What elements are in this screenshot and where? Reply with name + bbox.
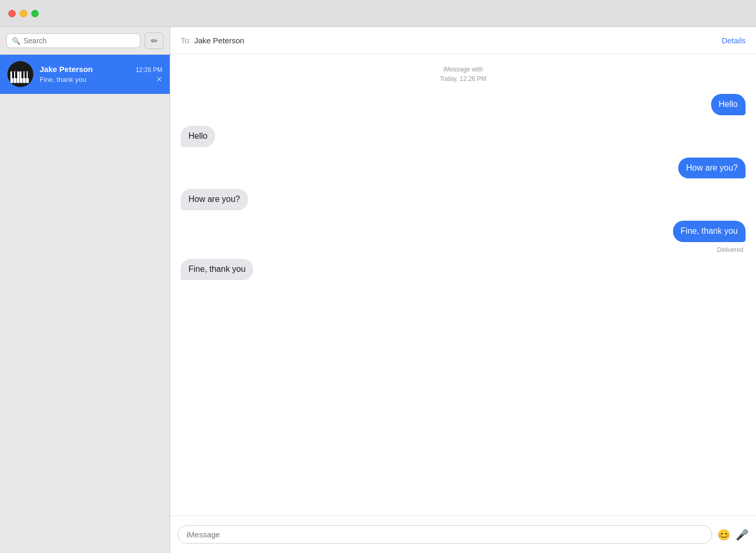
emoji-icon: 😊 bbox=[717, 528, 730, 541]
avatar-piano-image bbox=[7, 61, 33, 87]
emoji-button[interactable]: 😊 bbox=[717, 528, 730, 541]
message-input[interactable] bbox=[186, 530, 703, 539]
details-button[interactable]: Details bbox=[722, 36, 746, 45]
titlebar bbox=[0, 0, 756, 27]
svg-rect-10 bbox=[21, 71, 23, 78]
conversation-header: Jake Peterson 12:26 PM bbox=[40, 65, 162, 74]
close-button[interactable] bbox=[8, 10, 16, 17]
audio-button[interactable]: 🎤 bbox=[736, 528, 749, 541]
message-bubble-received-1: Hello bbox=[181, 126, 215, 147]
search-bar: 🔍 bbox=[6, 33, 140, 48]
search-icon: 🔍 bbox=[12, 37, 20, 45]
compose-icon: ✏ bbox=[151, 36, 158, 46]
sidebar-toolbar: 🔍 ✏ bbox=[0, 27, 170, 55]
message-row: Fine, thank you bbox=[181, 259, 746, 280]
chat-to: To: Jake Peterson bbox=[181, 36, 244, 45]
search-input[interactable] bbox=[23, 37, 135, 45]
message-row: Fine, thank you bbox=[181, 221, 746, 242]
message-bubble-sent-1: Hello bbox=[711, 94, 746, 115]
svg-rect-9 bbox=[15, 71, 17, 78]
message-row: How are you? bbox=[181, 189, 746, 210]
chat-panel: To: Jake Peterson Details iMessage with … bbox=[170, 27, 756, 553]
conversation-close-button[interactable]: ✕ bbox=[156, 75, 162, 83]
delivered-label: Delivered bbox=[181, 246, 746, 254]
imessage-label: iMessage with bbox=[181, 65, 746, 74]
message-bubble-received-2: How are you? bbox=[181, 189, 248, 210]
maximize-button[interactable] bbox=[31, 10, 39, 17]
message-row: How are you? bbox=[181, 158, 746, 179]
minimize-button[interactable] bbox=[20, 10, 27, 17]
chat-to-label: To: bbox=[181, 36, 191, 45]
imessage-header: iMessage with Today, 12:26 PM bbox=[181, 65, 746, 83]
message-bubble-sent-2: How are you? bbox=[678, 158, 746, 179]
imessage-time: Today, 12:26 PM bbox=[181, 74, 746, 83]
svg-rect-12 bbox=[28, 71, 30, 78]
messages-area: iMessage with Today, 12:26 PM Hello Hell… bbox=[170, 54, 756, 515]
chat-to-name: Jake Peterson bbox=[194, 36, 244, 45]
message-input-wrapper bbox=[178, 525, 712, 544]
svg-rect-8 bbox=[12, 71, 14, 78]
message-bubble-received-3: Fine, thank you bbox=[181, 259, 253, 280]
input-actions: 😊 🎤 bbox=[717, 528, 749, 541]
conversation-name: Jake Peterson bbox=[40, 65, 93, 74]
conversation-item[interactable]: Jake Peterson 12:26 PM Fine, thank you ✕ bbox=[0, 55, 170, 94]
svg-rect-11 bbox=[25, 71, 27, 78]
conversation-preview: Fine, thank you bbox=[40, 76, 86, 83]
conversation-preview-row: Fine, thank you ✕ bbox=[40, 75, 162, 83]
avatar bbox=[7, 61, 33, 87]
message-bubble-sent-3: Fine, thank you bbox=[673, 221, 746, 242]
conversation-info: Jake Peterson 12:26 PM Fine, thank you ✕ bbox=[40, 65, 162, 83]
message-row: Hello bbox=[181, 94, 746, 115]
main-container: 🔍 ✏ bbox=[0, 27, 756, 553]
audio-icon: 🎤 bbox=[736, 528, 749, 541]
compose-button[interactable]: ✏ bbox=[145, 32, 163, 49]
message-row: Hello bbox=[181, 126, 746, 147]
conversation-time: 12:26 PM bbox=[136, 66, 162, 74]
sidebar: 🔍 ✏ bbox=[0, 27, 170, 553]
traffic-lights bbox=[8, 10, 39, 17]
chat-header: To: Jake Peterson Details bbox=[170, 27, 756, 54]
input-bar: 😊 🎤 bbox=[170, 515, 756, 553]
